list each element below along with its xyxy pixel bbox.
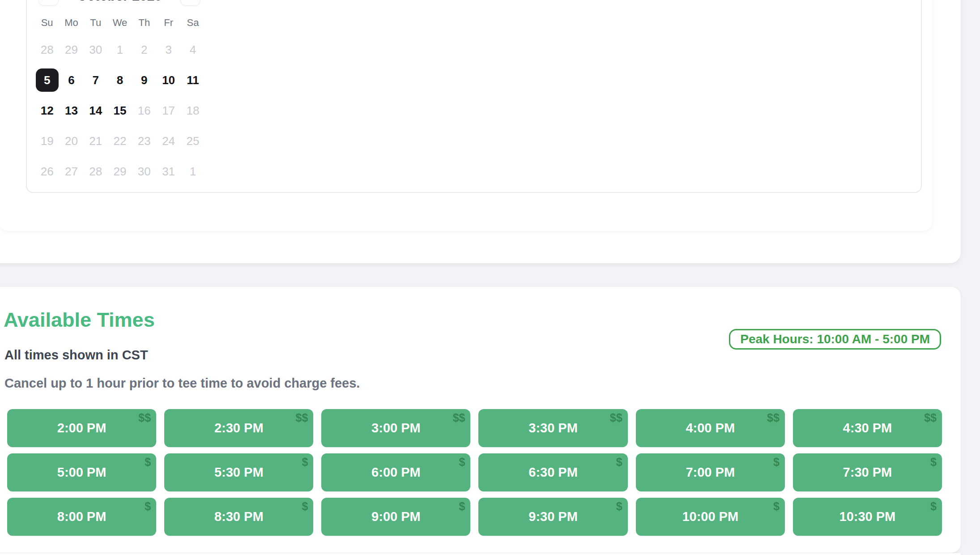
day-cell[interactable]: 6	[59, 65, 83, 95]
time-slot-button[interactable]: 8:00 PM$	[7, 498, 156, 536]
day-number: 18	[181, 99, 204, 122]
time-slot-button[interactable]: 7:00 PM$	[636, 453, 785, 491]
day-cell: 30	[84, 34, 108, 65]
day-cell[interactable]: 12	[35, 95, 59, 126]
day-cell[interactable]: 14	[84, 95, 108, 126]
price-tier-badge: $	[930, 456, 937, 469]
day-number: 10	[157, 68, 180, 92]
day-number: 5	[36, 68, 59, 92]
time-slot-button[interactable]: 2:30 PM$$	[164, 409, 313, 447]
day-cell: 25	[181, 126, 205, 156]
time-slot-label: 2:30 PM	[214, 421, 264, 435]
day-cell: 1	[181, 156, 205, 187]
day-number: 31	[157, 160, 180, 183]
day-number: 28	[36, 38, 59, 61]
weekday-label: Th	[132, 16, 156, 30]
time-slot-label: 5:30 PM	[214, 465, 264, 480]
day-number: 15	[109, 99, 132, 122]
day-cell: 27	[59, 156, 83, 187]
day-number: 26	[36, 160, 59, 183]
time-slot-button[interactable]: 3:00 PM$$	[321, 409, 470, 447]
weekday-label: Fr	[156, 16, 180, 30]
day-cell[interactable]: 7	[84, 65, 108, 95]
time-slot-label: 4:30 PM	[843, 421, 892, 435]
price-tier-badge: $	[302, 500, 308, 513]
day-cell[interactable]: 10	[156, 65, 180, 95]
price-tier-badge: $	[773, 456, 780, 469]
day-number: 17	[157, 99, 180, 122]
time-slot-label: 5:00 PM	[57, 465, 107, 480]
day-cell[interactable]: 9	[132, 65, 156, 95]
day-cell[interactable]: 15	[108, 95, 132, 126]
day-cell-selected[interactable]: 5	[35, 65, 59, 95]
timezone-note: All times shown in CST	[4, 348, 148, 363]
chevron-right-icon	[186, 0, 196, 2]
day-number: 3	[157, 38, 180, 61]
time-slot-button[interactable]: 9:00 PM$	[321, 498, 470, 536]
day-number: 27	[60, 160, 83, 183]
time-slot-label: 2:00 PM	[57, 421, 107, 435]
day-number: 20	[60, 129, 83, 153]
day-number: 8	[109, 68, 132, 92]
day-number: 29	[109, 160, 132, 183]
price-tier-badge: $	[145, 500, 151, 513]
time-slot-label: 3:30 PM	[528, 421, 578, 435]
weekday-label: Tu	[84, 16, 108, 30]
price-tier-badge: $$	[453, 411, 465, 424]
day-number: 9	[133, 68, 156, 92]
time-slot-button[interactable]: 7:30 PM$	[793, 453, 942, 491]
time-slot-label: 8:00 PM	[57, 509, 107, 524]
time-slot-label: 9:00 PM	[371, 509, 421, 524]
peak-hours-badge: Peak Hours: 10:00 AM - 5:00 PM	[729, 329, 941, 350]
time-slot-button[interactable]: 3:30 PM$$	[478, 409, 627, 447]
time-slot-button[interactable]: 10:00 PM$	[636, 498, 785, 536]
day-cell: 26	[35, 156, 59, 187]
time-slot-button[interactable]: 4:00 PM$$	[636, 409, 785, 447]
day-cell: 28	[84, 156, 108, 187]
time-slot-button[interactable]: 6:30 PM$	[478, 453, 627, 491]
day-cell: 21	[84, 126, 108, 156]
time-slot-label: 4:00 PM	[686, 421, 735, 435]
time-slot-button[interactable]: 5:30 PM$	[164, 453, 313, 491]
day-cell: 22	[108, 126, 132, 156]
time-slot-button[interactable]: 8:30 PM$	[164, 498, 313, 536]
price-tier-badge: $	[302, 456, 308, 469]
time-slot-button[interactable]: 9:30 PM$	[478, 498, 627, 536]
time-slot-button[interactable]: 4:30 PM$$	[793, 409, 942, 447]
price-tier-badge: $$	[296, 411, 308, 424]
available-times-card: Available Times All times shown in CST C…	[0, 287, 961, 554]
day-cell: 4	[181, 34, 205, 65]
day-number: 2	[133, 38, 156, 61]
time-slot-label: 7:30 PM	[843, 465, 892, 480]
time-slot-button[interactable]: 10:30 PM$	[793, 498, 942, 536]
day-number: 7	[84, 68, 107, 92]
day-number: 16	[133, 99, 156, 122]
day-cell[interactable]: 8	[108, 65, 132, 95]
day-cell: 18	[181, 95, 205, 126]
next-month-button[interactable]	[180, 0, 200, 6]
price-tier-badge: $$	[610, 411, 622, 424]
time-slot-button[interactable]: 2:00 PM$$	[7, 409, 156, 447]
day-cell[interactable]: 11	[181, 65, 205, 95]
weekday-header-row: SuMoTuWeThFrSa	[35, 16, 205, 30]
weekday-label: Su	[35, 16, 59, 30]
day-cell[interactable]: 13	[59, 95, 83, 126]
day-cell: 17	[156, 95, 180, 126]
calendar-section-card: October 2025 SuMoTuWeThFrSa 282930123456…	[0, 0, 932, 231]
booking-panel-card: October 2025 SuMoTuWeThFrSa 282930123456…	[0, 0, 961, 263]
time-slot-label: 3:00 PM	[371, 421, 421, 435]
day-cell: 2	[132, 34, 156, 65]
day-number: 22	[109, 129, 132, 153]
day-number: 21	[84, 129, 107, 153]
page-bottom	[0, 553, 961, 555]
day-number: 30	[133, 160, 156, 183]
calendar-title: October 2025	[38, 0, 200, 6]
time-slot-button[interactable]: 6:00 PM$	[321, 453, 470, 491]
day-cell: 23	[132, 126, 156, 156]
time-slot-button[interactable]: 5:00 PM$	[7, 453, 156, 491]
day-number: 13	[60, 99, 83, 122]
weekday-label: Mo	[59, 16, 83, 30]
day-number: 12	[36, 99, 59, 122]
cancellation-policy-note: Cancel up to 1 hour prior to tee time to…	[4, 376, 360, 391]
time-slot-label: 10:00 PM	[682, 509, 738, 524]
